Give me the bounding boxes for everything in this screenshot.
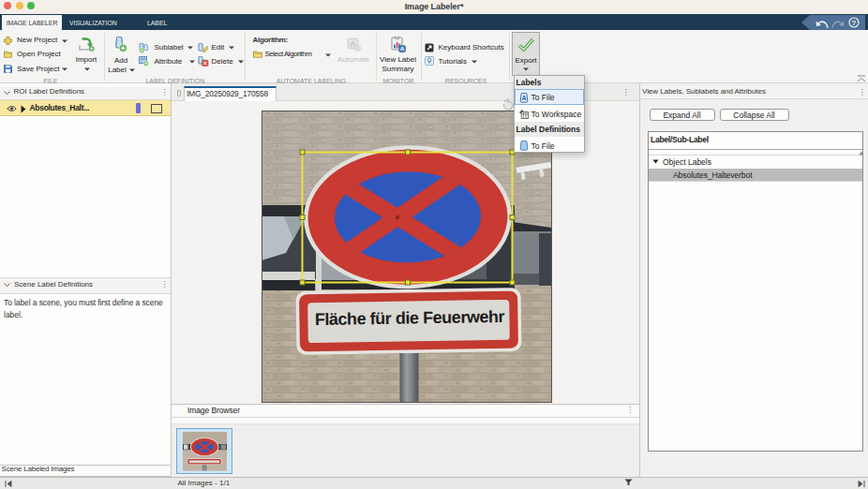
svg-text:?: ? <box>852 19 857 27</box>
svg-text:A: A <box>521 95 526 101</box>
svg-text:A: A <box>399 46 404 52</box>
